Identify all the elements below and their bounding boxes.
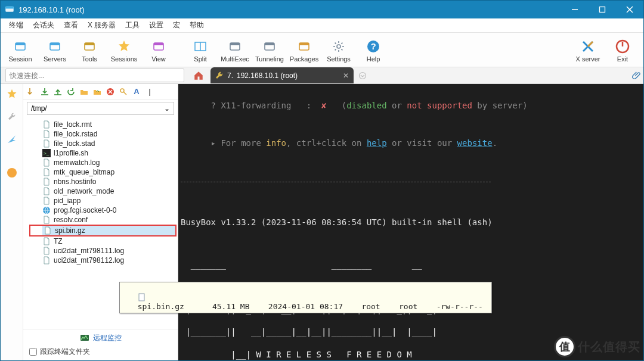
sort-icon[interactable] xyxy=(26,86,38,98)
file as name: memwatch.log xyxy=(54,158,100,167)
tooltip-group: root xyxy=(399,302,417,311)
session-button[interactable]: Session xyxy=(3,39,38,63)
file-item[interactable]: TZ xyxy=(41,236,177,246)
monitor-icon xyxy=(80,334,89,343)
menu-item[interactable]: 帮助 xyxy=(185,19,209,32)
file-item[interactable]: prog.fcgi.socket-0-0 xyxy=(41,206,177,215)
more-line: ▸ For more xyxy=(211,138,267,148)
file-item[interactable]: pid_iapp xyxy=(41,196,177,206)
multiexec-button[interactable]: MultiExec xyxy=(218,39,252,63)
sessions-button[interactable]: Sessions xyxy=(107,39,141,63)
delete-icon[interactable] xyxy=(104,86,116,98)
file-item[interactable]: mtk_queue_bitmap xyxy=(41,167,177,177)
menu-item[interactable]: 终端 xyxy=(4,19,28,32)
packages-button[interactable]: Packages xyxy=(287,39,321,63)
divider-icon: | xyxy=(144,86,156,98)
sftp-path-dropdown[interactable]: /tmp/ ⌄ xyxy=(27,102,174,115)
split-button[interactable]: Split xyxy=(183,39,218,63)
toolbar-label: MultiExec xyxy=(221,55,249,63)
tooltip-date: 2024-01-01 08:17 xyxy=(268,302,343,311)
tab-close-icon[interactable]: ✕ xyxy=(343,71,349,80)
settings-icon xyxy=(331,39,346,54)
file-item[interactable]: nbns.hostinfo xyxy=(41,177,177,186)
svg-rect-13 xyxy=(154,43,163,45)
servers-icon xyxy=(47,39,63,54)
svg-rect-19 xyxy=(265,43,274,45)
menu-item[interactable]: 查看 xyxy=(59,19,83,32)
file as name: old_network_mode xyxy=(54,187,114,195)
tooltip-owner: root xyxy=(361,302,380,311)
servers-button[interactable]: Servers xyxy=(38,39,72,63)
svg-rect-11 xyxy=(85,43,94,45)
file as name: file_lock.rstad xyxy=(54,130,97,138)
menu-item[interactable]: 会话夹 xyxy=(28,19,59,32)
title-bar: 192.168.10.1 (root) xyxy=(1,1,643,18)
help-button[interactable]: ?Help xyxy=(356,39,391,63)
remote-monitor-button[interactable]: 远程监控 xyxy=(80,333,122,343)
home-tab[interactable] xyxy=(187,67,210,83)
exit-icon xyxy=(615,39,630,54)
website-link[interactable]: website xyxy=(457,138,493,148)
file-item[interactable]: file_lock.rstad xyxy=(41,129,177,139)
upload-icon[interactable] xyxy=(52,86,64,98)
file-icon xyxy=(138,293,146,301)
refresh-icon[interactable] xyxy=(65,86,77,98)
paperclip-icon[interactable] xyxy=(630,67,643,83)
file-item[interactable]: uci2dat_mt798111.log xyxy=(41,246,177,256)
view-button[interactable]: View xyxy=(141,39,176,63)
file-item[interactable]: memwatch.log xyxy=(41,158,177,167)
sidetab-tools[interactable] xyxy=(5,110,18,123)
follow-terminal-input[interactable] xyxy=(29,348,37,356)
close-button[interactable] xyxy=(616,1,643,18)
file-item[interactable]: >_l1profile.sh xyxy=(41,148,177,158)
exit-button[interactable]: Exit xyxy=(605,39,640,63)
app-icon xyxy=(4,4,15,15)
help-link[interactable]: help xyxy=(367,138,387,148)
svg-rect-7 xyxy=(16,43,25,45)
view-icon xyxy=(151,39,166,54)
file-item[interactable]: old_network_mode xyxy=(41,186,177,196)
menu-item[interactable]: X 服务器 xyxy=(83,19,120,32)
svg-rect-9 xyxy=(50,43,60,45)
menu-item[interactable]: 工具 xyxy=(120,19,144,32)
tunneling-button[interactable]: Tunneling xyxy=(252,39,287,63)
sidetab-favorites[interactable] xyxy=(5,88,18,101)
session-tab[interactable]: 7. 192.168.10.1 (root) ✕ xyxy=(210,67,354,83)
tab-index: 7. xyxy=(227,71,233,80)
sidetab-sftp[interactable] xyxy=(5,166,18,179)
tools-icon xyxy=(82,39,97,54)
file as name: prog.fcgi.socket-0-0 xyxy=(54,206,116,214)
terminal-output[interactable]: ? X11-forwarding : ✘ (disabled or not su… xyxy=(178,84,643,360)
letter-a-icon[interactable]: A xyxy=(131,86,143,98)
file-item[interactable]: file_lock.stad xyxy=(41,139,177,148)
up-folder-icon[interactable] xyxy=(91,86,103,98)
sidetab-macros[interactable] xyxy=(5,133,18,146)
menu-item[interactable]: 宏 xyxy=(168,19,185,32)
new-tab-button[interactable] xyxy=(354,67,371,83)
tools-button[interactable]: Tools xyxy=(72,39,107,63)
maximize-button[interactable] xyxy=(589,1,616,18)
file-item[interactable]: resolv.conf xyxy=(41,215,177,225)
minimize-button[interactable] xyxy=(561,1,589,18)
new-folder-icon[interactable] xyxy=(78,86,90,98)
remote-monitor-label: 远程监控 xyxy=(93,333,122,343)
tooltip-name: spi.bin.gz xyxy=(138,302,184,311)
menu-bar: 终端会话夹查看X 服务器工具设置宏帮助 xyxy=(1,18,643,33)
settings-button[interactable]: Settings xyxy=(321,39,356,63)
download-icon[interactable] xyxy=(39,86,51,98)
side-tab-bar xyxy=(1,84,23,360)
toolbar: SessionServersToolsSessionsViewSplitMult… xyxy=(1,33,643,67)
quick-connect-input[interactable] xyxy=(5,69,184,82)
follow-terminal-checkbox[interactable]: 跟踪终端文件夹 xyxy=(29,347,90,357)
menu-item[interactable]: 设置 xyxy=(144,19,168,32)
file-item[interactable]: spi.bin.gz xyxy=(42,226,175,235)
file-item[interactable]: uci2dat_mt798112.log xyxy=(41,256,177,265)
toolbar-label: X server xyxy=(576,55,600,63)
packages-icon xyxy=(296,39,312,54)
file-icon xyxy=(42,216,51,224)
key-icon[interactable] xyxy=(117,86,129,98)
file-icon xyxy=(42,187,51,195)
sftp-path-value: /tmp/ xyxy=(31,104,47,113)
xserver-button[interactable]: X server xyxy=(571,39,605,63)
file-item[interactable]: file_lock.rmt xyxy=(41,120,177,129)
